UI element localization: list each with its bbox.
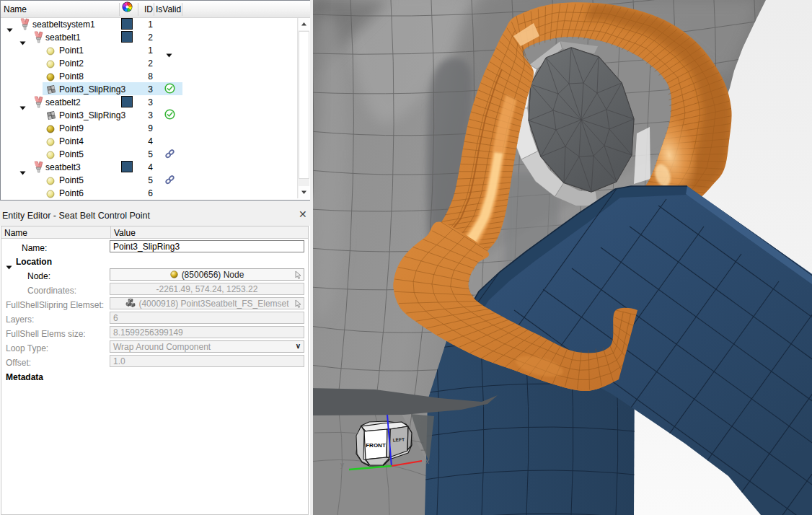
svg-text:y: y (340, 461, 344, 469)
svg-text:x: x (425, 457, 429, 465)
svg-text:LEFT: LEFT (392, 436, 405, 442)
svg-text:FRONT: FRONT (366, 442, 386, 449)
